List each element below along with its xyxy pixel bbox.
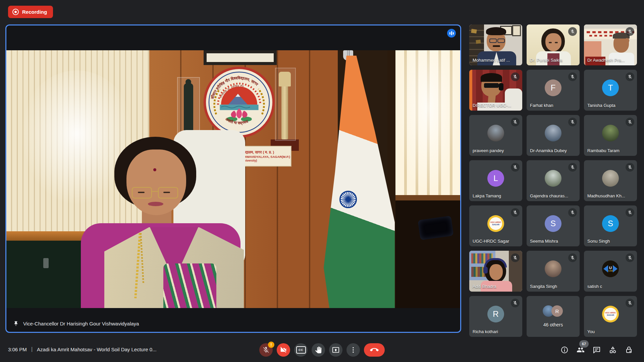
activities-button[interactable] [606, 343, 620, 357]
participant-tile[interactable]: SSeema Mishra [527, 205, 580, 246]
present-icon [332, 346, 339, 354]
participant-tile[interactable]: Gajendra chauras... [527, 160, 580, 201]
captions-button[interactable]: CC [294, 343, 308, 357]
participant-name: 46 others [527, 322, 580, 327]
participant-tile[interactable]: RRicha kothari [469, 296, 522, 337]
mic-off-icon [511, 163, 520, 172]
logo-avatar: UGC-HRDCSAGAR [487, 215, 504, 232]
participant-tile[interactable]: Dr Awadhesh Pra... [584, 24, 637, 65]
clock: 3:06 PM [8, 347, 27, 352]
participant-tile[interactable]: UGC-HRDCSAGARUGC-HRDC Sagar [469, 205, 522, 246]
mic-off-icon [511, 208, 520, 217]
mic-off-icon [626, 72, 634, 81]
avatar: L [487, 170, 504, 187]
info-icon [560, 346, 569, 354]
participant-tile[interactable]: FFarhat khan [527, 70, 580, 111]
participant-name: Aditi Bhadra [473, 284, 496, 289]
participant-tile[interactable]: TTanisha Gupta [584, 70, 637, 111]
photo-avatar [545, 260, 561, 277]
recording-badge: Recording [8, 6, 53, 18]
photo-avatar [602, 125, 619, 141]
meeting-details-button[interactable] [558, 343, 571, 357]
mic-off-icon [568, 118, 577, 126]
mic-off-icon [511, 299, 520, 307]
avatar: R [551, 305, 563, 317]
mic-off-icon [626, 253, 634, 262]
camera-off-icon [280, 346, 287, 354]
mic-off-icon [262, 346, 270, 354]
participant-count-badge: 67 [579, 340, 589, 348]
photo-avatar [545, 170, 561, 187]
mic-off-icon [626, 118, 634, 126]
speaker-video: डॉक्टर हरीसिंह गौर विश्वविद्यालय, सागर स… [6, 50, 460, 308]
participant-tile[interactable]: UGC-HRDCSAGARYou [584, 296, 637, 337]
end-call-button[interactable] [364, 343, 385, 357]
participant-name: Dr. Purabi Saikia [530, 58, 562, 63]
participant-tile[interactable]: LLakpa Tamang [469, 160, 522, 201]
participant-tile[interactable]: Rambabu Taram [584, 115, 637, 156]
captions-icon: CC [296, 346, 306, 354]
participant-name: Dr Awadhesh Pra... [587, 58, 625, 63]
meet-window: Recording [0, 0, 644, 362]
chat-icon [593, 346, 601, 354]
camera-button[interactable] [277, 343, 290, 357]
mic-off-icon [568, 163, 577, 172]
participant-name: Richa kothari [473, 329, 498, 334]
activities-icon [609, 346, 617, 354]
logo-avatar: UGC-HRDCSAGAR [602, 306, 619, 322]
participant-tile[interactable]: SSonu Singh [584, 205, 637, 246]
participant-name: Tanisha Gupta [587, 103, 615, 108]
panel-controls: 67 [558, 343, 636, 357]
meeting-info: 3:06 PM | Azadi ka Amrit Mahotsav - Worl… [8, 346, 157, 352]
participant-name: Rambabu Taram [587, 148, 620, 153]
participant-tile[interactable]: Dr-Anamika Dubey [527, 115, 580, 156]
mic-button[interactable]: ! [259, 343, 273, 357]
participant-name: Seema Mishra [530, 239, 558, 244]
avatar: R [487, 306, 504, 322]
participant-tile[interactable]: Aditi Bhadra [469, 251, 522, 292]
host-controls-button[interactable] [622, 343, 636, 357]
mic-off-icon [511, 253, 520, 262]
participant-tile[interactable]: Mohammed Latif ... [469, 24, 522, 65]
participant-tile[interactable]: R46 others [527, 296, 580, 337]
avatar: F [545, 79, 561, 96]
participant-tile[interactable]: DIRECTOR UGC-... [469, 70, 522, 111]
call-controls: !CC [259, 343, 385, 357]
more-options-button[interactable] [346, 343, 360, 357]
participant-tile[interactable]: Madhusudhan Kh... [584, 160, 637, 201]
avatar: S [545, 215, 561, 232]
participant-name: Lakpa Tamang [473, 193, 501, 198]
participant-name: satish c [587, 284, 602, 289]
participant-tile[interactable]: praveen pandey [469, 115, 522, 156]
participant-name: praveen pandey [473, 148, 504, 153]
participant-tile[interactable]: Sangita Singh [527, 251, 580, 292]
university-emblem: डॉक्टर हरीसिंह गौर विश्वविद्यालय, सागर स… [203, 66, 275, 138]
present-button[interactable] [329, 343, 342, 357]
participant-tile[interactable]: Dr. Purabi Saikia [527, 24, 580, 65]
main-speaker-tile[interactable]: डॉक्टर हरीसिंह गौर विश्वविद्यालय, सागर स… [5, 24, 461, 333]
lock-icon [625, 346, 633, 354]
participant-name: Madhusudhan Kh... [587, 193, 625, 198]
ashoka-pillar-replica [275, 68, 296, 141]
mic-off-icon [568, 72, 577, 81]
mic-off-icon [626, 299, 634, 307]
participant-name: UGC-HRDC Sagar [473, 239, 509, 244]
raise-hand-button[interactable] [312, 343, 325, 357]
mic-off-icon [511, 72, 520, 81]
end-call-icon [370, 346, 379, 354]
certificate-frame [204, 50, 277, 65]
record-icon [12, 9, 19, 15]
logo-avatar: UCAN [602, 260, 619, 277]
mic-off-icon [568, 253, 577, 262]
chat-button[interactable] [590, 343, 603, 357]
mic-off-icon [568, 27, 577, 36]
people-button[interactable]: 67 [574, 343, 587, 357]
mic-off-icon [568, 208, 577, 217]
photo-avatar [487, 125, 504, 141]
participant-name: Sangita Singh [530, 284, 557, 289]
mic-off-icon [626, 163, 634, 172]
mic-off-icon [626, 27, 634, 36]
participant-tile[interactable]: UCANsatish c [584, 251, 637, 292]
mic-off-icon [511, 118, 520, 126]
overflow-avatars: R [543, 305, 564, 317]
